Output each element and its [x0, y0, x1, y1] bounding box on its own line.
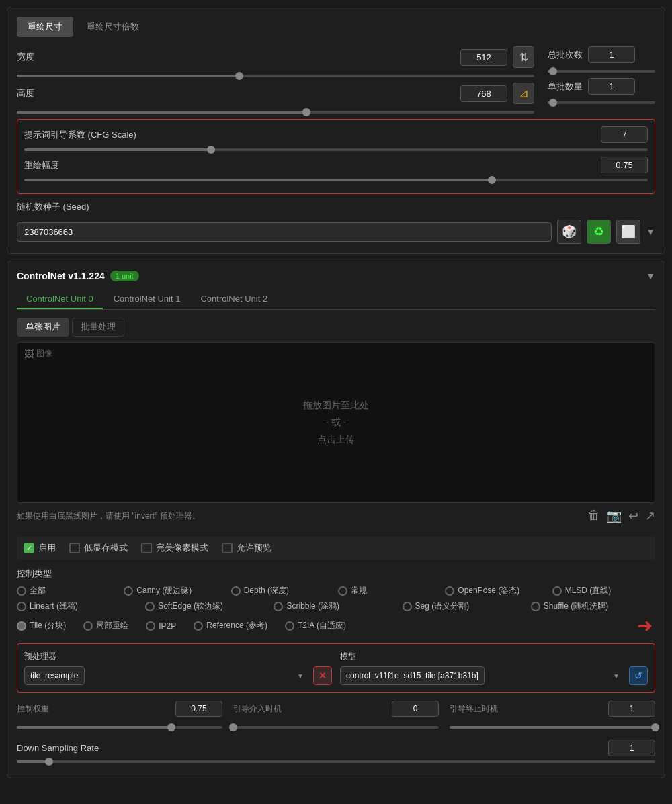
- height-label: 高度: [17, 87, 37, 99]
- radio-lineart-label: Lineart (线稿): [30, 600, 78, 612]
- model-section: 模型 control_v11f1e_sd15_tile [a371b31b] ↺: [340, 651, 648, 685]
- model-refresh-btn[interactable]: ↺: [629, 666, 648, 685]
- cfg-denoising-section: 提示词引导系数 (CFG Scale) 重绘幅度: [17, 119, 655, 194]
- radio-tile-circle: [17, 621, 26, 631]
- model-select-wrapper: control_v11f1e_sd15_tile [a371b31b]: [340, 666, 625, 685]
- end-step-slider[interactable]: [450, 726, 655, 729]
- radio-t2ia[interactable]: T2IA (自适应): [285, 620, 346, 631]
- radio-normal[interactable]: 常规: [338, 585, 441, 596]
- camera-icon[interactable]: 📷: [607, 508, 622, 523]
- tab-redraw-size[interactable]: 重绘尺寸: [17, 17, 73, 37]
- height-input[interactable]: [460, 85, 507, 102]
- controlnet-panel: ControlNet v1.1.224 1 unit ▼ ControlNet …: [7, 261, 665, 778]
- inner-tab-single[interactable]: 单张图片: [17, 318, 69, 337]
- checkbox-perfectpixel[interactable]: 完美像素模式: [141, 542, 208, 554]
- downsampling-row: Down Sampling Rate: [17, 740, 655, 756]
- swap-dimensions-btn[interactable]: ⇅: [513, 46, 534, 68]
- model-select[interactable]: control_v11f1e_sd15_tile [a371b31b]: [340, 666, 485, 685]
- resize-right-col: 总批次数 单批数量: [548, 46, 655, 119]
- image-upload-area[interactable]: 🖼 图像 拖放图片至此处 - 或 - 点击上传: [17, 342, 655, 503]
- downsampling-input[interactable]: [608, 740, 655, 756]
- denoising-input[interactable]: [601, 157, 648, 173]
- top-tabs-row: 重绘尺寸 重绘尺寸倍数: [17, 17, 655, 37]
- preprocessor-label: 预处理器: [24, 651, 332, 662]
- start-step-input[interactable]: [392, 701, 439, 717]
- radio-normal-circle: [338, 586, 347, 596]
- total-batch-slider[interactable]: [548, 70, 655, 73]
- cfg-input[interactable]: [601, 126, 648, 143]
- preprocessor-clear-btn[interactable]: ✕: [313, 666, 332, 685]
- radio-softedge-label: SoftEdge (软边缘): [158, 600, 223, 612]
- control-weight-section: 控制权重: [17, 701, 222, 719]
- start-step-slider[interactable]: [233, 726, 439, 729]
- recycle-btn[interactable]: ♻: [587, 220, 611, 244]
- cn-tab-1[interactable]: ControlNet Unit 1: [104, 289, 190, 309]
- control-weight-slider[interactable]: [17, 726, 222, 729]
- controlnet-badge: 1 unit: [110, 271, 139, 281]
- radio-all-circle: [17, 586, 26, 596]
- radio-tile[interactable]: Tile (分块): [17, 620, 66, 631]
- cfg-slider[interactable]: [24, 148, 648, 151]
- gray-btn[interactable]: ⬜: [616, 220, 640, 244]
- radio-ip2p[interactable]: IP2P: [146, 621, 176, 631]
- tab-redraw-scale[interactable]: 重绘尺寸倍数: [76, 17, 150, 37]
- preprocessor-select-row: tile_resample ✕: [24, 666, 332, 685]
- radio-reference[interactable]: Reference (参考): [194, 620, 267, 631]
- radio-ip2p-label: IP2P: [159, 621, 176, 631]
- radio-inpaint[interactable]: 局部重绘: [83, 620, 128, 631]
- radio-canny[interactable]: Canny (硬边缘): [124, 585, 226, 596]
- total-batch-row: 总批次数: [548, 46, 655, 63]
- radio-depth[interactable]: Depth (深度): [231, 585, 334, 596]
- height-slider[interactable]: [17, 111, 534, 114]
- downsampling-label: Down Sampling Rate: [17, 743, 99, 753]
- preprocessor-select[interactable]: tile_resample: [24, 666, 85, 685]
- width-input[interactable]: [460, 49, 507, 66]
- seed-dropdown-btn[interactable]: ▼: [646, 226, 655, 237]
- radio-openpose[interactable]: OpenPose (姿态): [445, 585, 548, 596]
- control-weight-header: 控制权重: [17, 701, 222, 717]
- checkbox-preview[interactable]: 允许预览: [222, 542, 271, 554]
- trash-icon[interactable]: 🗑: [588, 508, 600, 523]
- radio-softedge[interactable]: SoftEdge (软边缘): [145, 600, 269, 612]
- checkbox-lowmem[interactable]: 低显存模式: [69, 542, 128, 554]
- radio-depth-label: Depth (深度): [244, 585, 289, 596]
- checkbox-enable[interactable]: ✓ 启用: [24, 542, 56, 554]
- cn-tabs: ControlNet Unit 0 ControlNet Unit 1 Cont…: [17, 289, 655, 310]
- radio-t2ia-label: T2IA (自适应): [298, 620, 346, 631]
- radio-seg[interactable]: Seg (语义分割): [403, 600, 527, 612]
- cn-tab-2[interactable]: ControlNet Unit 2: [191, 289, 277, 309]
- lock-ratio-btn[interactable]: ⊿: [513, 83, 534, 104]
- radio-reference-circle: [194, 621, 203, 631]
- total-batch-input[interactable]: [588, 46, 635, 63]
- batch-size-slider[interactable]: [548, 101, 655, 104]
- denoising-slider[interactable]: [24, 179, 648, 181]
- radio-all[interactable]: 全部: [17, 585, 120, 596]
- control-weight-input[interactable]: [175, 701, 222, 717]
- radio-shuffle[interactable]: Shuffle (随机洗牌): [531, 600, 655, 612]
- batch-size-input[interactable]: [588, 78, 635, 95]
- radio-mlsd[interactable]: MLSD (直线): [552, 585, 655, 596]
- radio-grid-3: Tile (分块) 局部重绘 IP2P Reference (参考) T2IA …: [17, 615, 655, 637]
- send-back-icon[interactable]: ↩: [628, 508, 638, 523]
- inner-tab-batch[interactable]: 批量处理: [72, 318, 124, 337]
- controlnet-collapse-btn[interactable]: ▼: [646, 271, 655, 281]
- control-weights-row: 控制权重 引导介入时机 引导终止时机: [17, 701, 655, 719]
- end-step-input[interactable]: [608, 701, 655, 717]
- end-step-header: 引导终止时机: [450, 701, 655, 717]
- main-wrapper: 重绘尺寸 重绘尺寸倍数 宽度 ⇅: [0, 0, 672, 785]
- proc-model-section: 预处理器 tile_resample ✕ 模型 control_v: [17, 643, 655, 693]
- width-slider[interactable]: [17, 75, 534, 77]
- resize-left-col: 宽度 ⇅ 高度 ⊿: [17, 46, 534, 119]
- controlnet-title-text: ControlNet v1.1.224: [17, 271, 105, 281]
- resize-columns: 宽度 ⇅ 高度 ⊿: [17, 46, 655, 119]
- radio-ip2p-circle: [146, 621, 155, 631]
- dice-btn[interactable]: 🎲: [557, 220, 581, 244]
- radio-shuffle-circle: [531, 602, 540, 611]
- control-weight-slider-wrap: [17, 723, 222, 731]
- radio-scribble[interactable]: Scribble (涂鸦): [274, 600, 398, 612]
- seed-input[interactable]: [17, 222, 552, 242]
- cn-tab-0[interactable]: ControlNet Unit 0: [17, 289, 103, 309]
- radio-lineart[interactable]: Lineart (线稿): [17, 600, 141, 612]
- downsampling-slider[interactable]: [17, 760, 655, 763]
- expand-icon[interactable]: ↗: [645, 508, 655, 523]
